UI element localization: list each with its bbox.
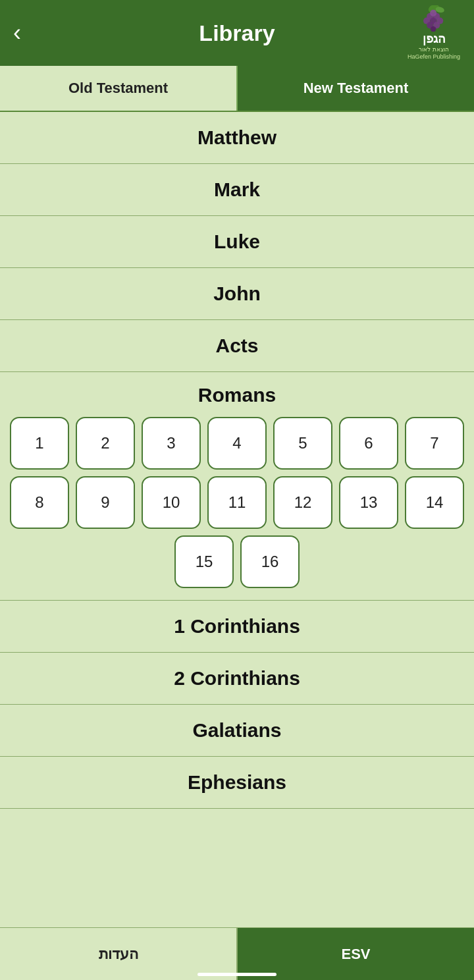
- book-title-galatians: Galatians: [192, 719, 281, 741]
- chapter-btn-romans-16[interactable]: 16: [240, 535, 300, 588]
- book-john[interactable]: John: [0, 268, 474, 320]
- content-area: MatthewMarkLukeJohnActsRomans12345678910…: [0, 112, 474, 927]
- book-title-acts: Acts: [215, 335, 258, 356]
- tab-old-testament[interactable]: Old Testament: [0, 66, 238, 111]
- chapter-btn-romans-3[interactable]: 3: [142, 417, 201, 470]
- bottom-tabs: העדות ESV: [0, 927, 474, 980]
- chapter-btn-romans-11[interactable]: 11: [207, 476, 267, 529]
- back-button[interactable]: ‹: [13, 19, 21, 47]
- header-title: Library: [199, 20, 275, 46]
- book-2corinthians[interactable]: 2 Corinthians: [0, 653, 474, 705]
- chapter-btn-romans-6[interactable]: 6: [339, 417, 398, 470]
- chapter-btn-romans-13[interactable]: 13: [339, 476, 398, 529]
- chapter-btn-romans-8[interactable]: 8: [10, 476, 69, 529]
- book-galatians[interactable]: Galatians: [0, 705, 474, 757]
- book-title-1corinthians: 1 Corinthians: [174, 615, 300, 637]
- logo-subtext: הוצאת לאורHaGefen Publishing: [408, 46, 460, 61]
- chapter-btn-romans-9[interactable]: 9: [76, 476, 135, 529]
- home-indicator: [198, 973, 276, 976]
- chapter-btn-romans-15[interactable]: 15: [174, 535, 234, 588]
- chapter-btn-romans-4[interactable]: 4: [207, 417, 267, 470]
- logo: הגפן הוצאת לאורHaGefen Publishing: [404, 5, 463, 61]
- header: ‹ Library הגפן הוצאת לאורHaGefen Publish…: [0, 0, 474, 66]
- book-matthew[interactable]: Matthew: [0, 112, 474, 164]
- book-ephesians[interactable]: Ephesians: [0, 757, 474, 809]
- logo-text: הגפן: [423, 32, 446, 46]
- chapters-grid-romans: 12345678910111213141516: [0, 417, 474, 588]
- chapter-btn-romans-7[interactable]: 7: [405, 417, 464, 470]
- chapter-btn-romans-10[interactable]: 10: [142, 476, 201, 529]
- book-luke[interactable]: Luke: [0, 216, 474, 268]
- chapter-btn-romans-5[interactable]: 5: [273, 417, 332, 470]
- svg-point-4: [430, 10, 436, 16]
- book-1corinthians[interactable]: 1 Corinthians: [0, 601, 474, 653]
- svg-point-10: [431, 26, 436, 32]
- grapes-icon: [416, 5, 452, 32]
- book-romans[interactable]: Romans12345678910111213141516: [0, 372, 474, 601]
- chapter-btn-romans-1[interactable]: 1: [10, 417, 69, 470]
- book-title-romans: Romans: [0, 384, 474, 406]
- book-title-luke: Luke: [214, 231, 260, 252]
- book-title-ephesians: Ephesians: [188, 771, 286, 793]
- tab-new-testament[interactable]: New Testament: [238, 66, 474, 111]
- chapter-btn-romans-12[interactable]: 12: [273, 476, 332, 529]
- tabs-bar: Old Testament New Testament: [0, 66, 474, 112]
- book-mark[interactable]: Mark: [0, 164, 474, 216]
- book-title-matthew: Matthew: [198, 126, 276, 148]
- chapter-btn-romans-14[interactable]: 14: [405, 476, 464, 529]
- book-title-john: John: [213, 283, 261, 304]
- book-acts[interactable]: Acts: [0, 320, 474, 372]
- chapter-btn-romans-2[interactable]: 2: [76, 417, 135, 470]
- book-title-2corinthians: 2 Corinthians: [174, 667, 300, 689]
- book-title-mark: Mark: [214, 178, 260, 200]
